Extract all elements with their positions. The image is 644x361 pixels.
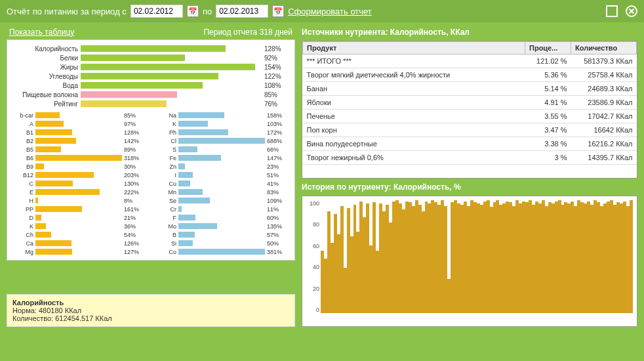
- to-label: по: [203, 7, 212, 16]
- cell-product: Печенье: [303, 110, 525, 123]
- cell-product: Банан: [303, 82, 525, 96]
- micro-row: Fe 147%: [155, 154, 289, 162]
- micro-row: Mo 135%: [155, 222, 289, 230]
- micro-label: B2: [12, 138, 33, 144]
- window-icon[interactable]: [606, 5, 618, 17]
- micro-label: Mg: [12, 249, 33, 255]
- history-title: История по нутриенту: Калорийность, %: [302, 182, 637, 192]
- micro-row: B5 89%: [12, 145, 146, 154]
- cell-percent: 3 %: [525, 151, 571, 165]
- sources-table[interactable]: Продукт Проце... Количество *** ИТОГО **…: [302, 41, 637, 179]
- micro-row: S 66%: [155, 145, 289, 154]
- micro-label: PP: [12, 206, 33, 213]
- micro-row: B9 30%: [12, 162, 146, 171]
- generate-report-link[interactable]: Сформировать отчет: [288, 7, 372, 16]
- history-bar: [630, 200, 633, 313]
- macro-row: Жиры 154%: [12, 62, 289, 72]
- cell-amount: 16216.2 ККал: [571, 137, 637, 151]
- show-table-link[interactable]: Показать таблицу: [9, 28, 74, 37]
- calendar-icon[interactable]: 📅: [272, 5, 284, 17]
- micro-label: b-car: [12, 112, 33, 119]
- micro-pct: 30%: [124, 163, 146, 170]
- cell-percent: 3.47 %: [525, 123, 571, 137]
- macro-label: Жиры: [12, 64, 78, 71]
- macro-row: Пищевые волокна 85%: [12, 90, 289, 99]
- table-row[interactable]: Яблоки 4.91 % 23586.9 ККал: [303, 96, 637, 110]
- micro-pct: 135%: [267, 223, 289, 230]
- table-row[interactable]: Вина полудесертные 3.38 % 16216.2 ККал: [303, 137, 637, 151]
- period-text: Период отчета 318 дней: [203, 28, 292, 37]
- macro-label: Калорийность: [12, 45, 78, 53]
- micro-pct: 60%: [267, 215, 289, 221]
- micro-label: Cu: [155, 180, 176, 187]
- micro-label: Cr: [155, 206, 176, 213]
- close-icon[interactable]: [626, 5, 637, 17]
- date-from-input[interactable]: [131, 5, 183, 18]
- micro-label: Zn: [155, 163, 176, 170]
- micro-pct: 103%: [267, 121, 289, 127]
- micro-label: B6: [12, 155, 33, 161]
- micro-row: C 130%: [12, 179, 146, 188]
- micro-row: I 51%: [155, 171, 289, 179]
- date-to-input[interactable]: [216, 5, 268, 18]
- micro-pct: 23%: [267, 163, 289, 170]
- calendar-icon[interactable]: 📅: [187, 5, 199, 17]
- micro-row: Cr 11%: [155, 205, 289, 213]
- sources-title: Источники нутриента: Калорийность, ККал: [302, 28, 637, 37]
- cell-product: Вина полудесертные: [303, 137, 525, 151]
- table-row[interactable]: Банан 5.14 % 24689.3 ККал: [303, 82, 637, 96]
- micro-label: D: [12, 215, 33, 221]
- micro-label: B12: [12, 172, 33, 179]
- micro-pct: 21%: [124, 215, 146, 221]
- cell-product: Творог мягкий диетический 4,0% жирности: [303, 68, 525, 82]
- micro-pct: 11%: [267, 206, 289, 213]
- table-row[interactable]: Творог мягкий диетический 4,0% жирности …: [303, 68, 637, 82]
- micro-row: Mn 83%: [155, 188, 289, 196]
- micro-row: K 103%: [155, 119, 289, 128]
- macro-row: Калорийность 128%: [12, 44, 289, 53]
- micro-label: Mn: [155, 189, 176, 196]
- macro-row: Рейтинг 76%: [12, 99, 289, 108]
- micro-label: A: [12, 121, 33, 127]
- micro-pct: 147%: [267, 155, 289, 161]
- micro-row: B12 203%: [12, 171, 146, 179]
- micro-pct: 41%: [267, 180, 289, 187]
- cell-amount: 25758.4 ККал: [571, 68, 637, 82]
- micro-pct: 318%: [124, 155, 146, 161]
- micro-row: E 222%: [12, 188, 146, 196]
- micro-row: Se 109%: [155, 196, 289, 205]
- micro-label: B5: [12, 146, 33, 153]
- micro-row: B6 318%: [12, 154, 146, 162]
- micro-row: Cu 41%: [155, 179, 289, 188]
- table-row[interactable]: Поп корн 3.47 % 16642 ККал: [303, 123, 637, 137]
- table-row[interactable]: Творог нежирный 0,6% 3 % 14395.7 ККал: [303, 151, 637, 165]
- col-percent[interactable]: Проце...: [525, 42, 571, 54]
- info-amount: Количество: 612454.517 ККал: [12, 314, 289, 322]
- micro-pct: 142%: [124, 138, 146, 144]
- micro-pct: 126%: [124, 240, 146, 247]
- info-title: Калорийность: [12, 299, 289, 307]
- macro-pct: 85%: [264, 91, 289, 98]
- micro-pct: 172%: [267, 129, 289, 136]
- cell-amount: 16642 ККал: [571, 123, 637, 137]
- micro-label: K: [155, 121, 176, 127]
- micro-label: F: [155, 215, 176, 221]
- micro-pct: 50%: [267, 240, 289, 247]
- micro-pct: 8%: [124, 198, 146, 204]
- table-row[interactable]: Печенье 3.55 % 17042.7 ККал: [303, 110, 637, 123]
- cell-product: Поп корн: [303, 123, 525, 137]
- micro-pct: 203%: [124, 172, 146, 179]
- micro-row: b-car 85%: [12, 111, 146, 119]
- micro-row: Ph 172%: [155, 128, 289, 137]
- cell-percent: 3.55 %: [525, 110, 571, 123]
- micro-label: B9: [12, 163, 33, 170]
- micro-label: Ph: [155, 129, 176, 136]
- col-product[interactable]: Продукт: [303, 42, 525, 54]
- col-amount[interactable]: Количество: [571, 42, 637, 54]
- cell-percent: 4.91 %: [525, 96, 571, 110]
- cell-product: Творог нежирный 0,6%: [303, 151, 525, 165]
- micro-pct: 222%: [124, 189, 146, 196]
- table-row[interactable]: *** ИТОГО *** 121.02 % 581379.3 ККал: [303, 54, 637, 68]
- cell-percent: 5.36 %: [525, 68, 571, 82]
- cell-amount: 23586.9 ККал: [571, 96, 637, 110]
